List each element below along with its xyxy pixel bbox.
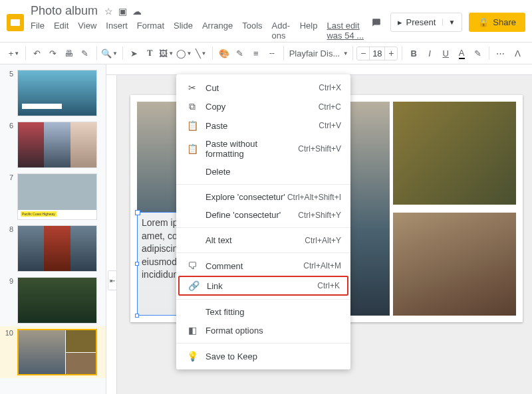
- paste-icon: 📋: [186, 120, 199, 131]
- slides-logo: [7, 14, 24, 31]
- copy-icon: ⧉: [186, 101, 199, 112]
- present-button[interactable]: ▸ Present ▼: [390, 13, 463, 32]
- slide-thumb-6[interactable]: 6: [0, 119, 106, 171]
- line-tool[interactable]: ╲▼: [194, 45, 208, 61]
- font-size-value[interactable]: 18: [369, 47, 385, 60]
- menu-slide[interactable]: Slide: [174, 21, 193, 41]
- menu-save-to-keep[interactable]: 💡Save to Keep: [176, 347, 350, 365]
- slide-thumb-7[interactable]: 7 Pacific Coast Highway: [0, 171, 106, 223]
- zoom-button[interactable]: 🔍▼: [101, 45, 118, 61]
- bold-button[interactable]: B: [406, 45, 421, 61]
- select-tool[interactable]: ➤: [126, 45, 141, 61]
- menu-insert[interactable]: Insert: [106, 21, 128, 41]
- italic-button[interactable]: I: [422, 45, 437, 61]
- font-size-decrease[interactable]: −: [357, 48, 369, 58]
- menu-comment[interactable]: 🗨CommentCtrl+Alt+M: [176, 256, 350, 275]
- menu-link[interactable]: 🔗LinkCtrl+K: [178, 276, 348, 296]
- present-icon: ▸: [398, 17, 402, 27]
- underline-button[interactable]: U: [438, 45, 453, 61]
- slide-thumb-8[interactable]: 8: [0, 223, 106, 274]
- menu-text-fitting[interactable]: Text fitting: [176, 303, 350, 321]
- cloud-icon[interactable]: ☁: [132, 6, 142, 17]
- menu-define[interactable]: Define 'consectetur'Ctrl+Shift+Y: [176, 206, 350, 224]
- text-color-button[interactable]: A: [454, 45, 469, 61]
- textbox-tool[interactable]: 𝐓: [142, 45, 157, 61]
- more-button[interactable]: ⋯: [493, 45, 508, 61]
- menu-alt-text[interactable]: Alt textCtrl+Alt+Y: [176, 231, 350, 249]
- menu-arrange[interactable]: Arrange: [202, 21, 233, 41]
- border-dash-button[interactable]: ╌: [265, 45, 279, 61]
- slide-filmstrip[interactable]: 5 6 7 Pacific Coast Highway 8 9 10: [0, 64, 106, 394]
- menu-edit[interactable]: Edit: [54, 21, 68, 41]
- slide-image-top-right[interactable]: [393, 102, 516, 205]
- menu-addons[interactable]: Add-ons: [272, 21, 291, 41]
- menu-view[interactable]: View: [78, 21, 96, 41]
- star-icon[interactable]: ☆: [104, 6, 113, 17]
- menu-delete[interactable]: Delete: [176, 163, 350, 181]
- font-size-increase[interactable]: +: [385, 48, 397, 58]
- toolbar: +▼ ↶ ↷ 🖶 ✎ 🔍▼ ➤ 𝐓 🖼▼ ◯▼ ╲▼ 🎨 ✎ ≡ ╌ ▼ − 1…: [0, 42, 532, 64]
- share-button[interactable]: 🔒 Share: [469, 13, 525, 32]
- border-color-button[interactable]: ✎: [233, 45, 247, 61]
- highlight-button[interactable]: ✎: [470, 45, 485, 61]
- hide-menu-button[interactable]: ᐱ: [511, 45, 525, 61]
- menu-paste-no-format[interactable]: 📋Paste without formattingCtrl+Shift+V: [176, 135, 350, 163]
- link-icon: 🔗: [187, 280, 200, 291]
- collapse-filmstrip-button[interactable]: ⇤: [108, 270, 117, 290]
- slide-thumb-5[interactable]: 5: [0, 67, 106, 119]
- menu-copy[interactable]: ⧉CopyCtrl+C: [176, 97, 350, 116]
- keep-icon: 💡: [186, 351, 199, 361]
- redo-button[interactable]: ↷: [46, 45, 61, 61]
- menu-file[interactable]: File: [31, 21, 45, 41]
- app-header: Photo album ☆ ▣ ☁ File Edit View Insert …: [0, 0, 532, 42]
- ruler-horizontal: [106, 64, 532, 75]
- menu-format-options[interactable]: ◧Format options: [176, 321, 350, 340]
- undo-button[interactable]: ↶: [30, 45, 45, 61]
- slide-thumb-9[interactable]: 9: [0, 274, 106, 326]
- menubar: File Edit View Insert Format Slide Arran…: [31, 21, 369, 41]
- menu-paste[interactable]: 📋PasteCtrl+V: [176, 116, 350, 135]
- fill-color-button[interactable]: 🎨: [217, 45, 231, 61]
- menu-tools[interactable]: Tools: [242, 21, 262, 41]
- shape-tool[interactable]: ◯▼: [176, 45, 192, 61]
- format-options-icon: ◧: [186, 325, 199, 336]
- cut-icon: ✂: [186, 82, 199, 93]
- lock-icon: 🔒: [478, 17, 489, 27]
- comments-icon[interactable]: [369, 15, 384, 30]
- menu-format[interactable]: Format: [137, 21, 164, 41]
- image-tool[interactable]: 🖼▼: [158, 45, 174, 61]
- doc-title[interactable]: Photo album: [31, 4, 98, 18]
- ruler-vertical: [106, 75, 117, 394]
- comment-icon: 🗨: [186, 260, 199, 271]
- context-menu: ✂CutCtrl+X ⧉CopyCtrl+C 📋PasteCtrl+V 📋Pas…: [176, 74, 350, 369]
- menu-explore[interactable]: Explore 'consectetur'Ctrl+Alt+Shift+I: [176, 188, 350, 206]
- last-edit-link[interactable]: Last edit was 54 ...: [327, 21, 368, 41]
- present-dropdown[interactable]: ▼: [442, 19, 455, 26]
- move-icon[interactable]: ▣: [118, 6, 127, 17]
- font-select[interactable]: [288, 47, 341, 60]
- menu-help[interactable]: Help: [300, 21, 318, 41]
- menu-cut[interactable]: ✂CutCtrl+X: [176, 78, 350, 97]
- paint-format-button[interactable]: ✎: [78, 45, 92, 61]
- border-weight-button[interactable]: ≡: [249, 45, 263, 61]
- new-slide-button[interactable]: +▼: [7, 45, 21, 61]
- print-button[interactable]: 🖶: [62, 45, 76, 61]
- slide-thumb-10[interactable]: 10: [0, 326, 106, 378]
- font-size-control: − 18 +: [356, 47, 398, 60]
- slide-image-bottom-right[interactable]: [393, 213, 516, 316]
- paste-plain-icon: 📋: [186, 144, 199, 154]
